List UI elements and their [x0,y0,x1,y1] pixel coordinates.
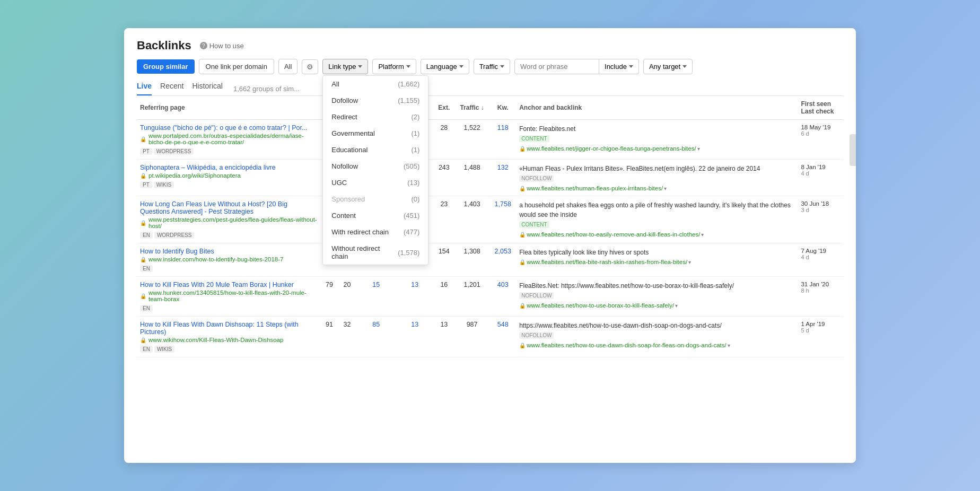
cell-referring-page: How to Kill Fleas With Dawn Dishsoap: 11… [137,317,320,357]
chevron-down-icon [406,65,410,68]
domain-link[interactable]: www.insider.com/how-to-identify-bug-bite… [148,256,283,262]
chevron-down-icon [682,65,687,68]
col-kw: Kw. [489,96,516,120]
cell-as: 91 [320,317,338,357]
word-phrase-input[interactable] [514,59,599,74]
ref-page-title-link[interactable]: How Long Can Fleas Live Without a Host? … [140,200,317,215]
lock-icon: 🔒 [140,136,146,142]
cell-kw: 2,053 [489,243,516,277]
chevron-icon: ▾ [701,232,704,238]
cell-linked-domains: 13 [396,277,434,317]
include-button[interactable]: Include [599,59,639,74]
ref-page-title-link[interactable]: Tunguiase ("bicho de pé"): o que é e com… [140,124,317,131]
platform-button[interactable]: Platform [372,59,416,74]
chevron-icon: ▾ [664,186,667,191]
ref-page-title-link[interactable]: Siphonaptera – Wikipédia, a enciclopédia… [140,164,317,171]
cell-ext: 23 [434,196,454,243]
cell-dates: 31 Jan '208 h [798,277,843,317]
domain-link[interactable]: www.hunker.com/13405815/how-to-kill-flea… [148,290,317,302]
anchor-backlink[interactable]: 🔒www.fleabites.net/how-to-use-dawn-dish-… [519,342,794,348]
tab-historical[interactable]: Historical [192,82,223,95]
settings-button[interactable]: ⚙ [302,59,318,74]
link-type-button[interactable]: Link type [322,59,368,74]
col-dates: First seenLast check [798,96,843,120]
link-type-all[interactable]: All(1,662) [323,76,428,92]
link-type-dofollow[interactable]: Dofollow(1,155) [323,92,428,109]
chevron-down-icon [358,65,362,68]
domain-link[interactable]: www.wikihow.com/Kill-Fleas-With-Dawn-Dis… [148,337,283,343]
anchor-backlink[interactable]: 🔒www.fleabites.net/how-to-easily-remove-… [519,231,794,238]
domain-link[interactable]: www.peststrategies.com/pest-guides/flea-… [148,216,317,229]
cell-ext: 16 [434,277,454,317]
anchor-backlink[interactable]: 🔒www.fleabites.net/jigger-or-chigoe-flea… [519,145,794,152]
lock-icon: 🔒 [519,146,526,152]
cell-anchor: «Human Fleas - Pulex Irritans Bites». Fl… [516,160,798,196]
link-type-dropdown-menu: All(1,662) Dofollow(1,155) Redirect(2) G… [322,75,428,265]
how-to-use-link[interactable]: ? How to use [200,42,244,50]
chevron-icon: ▾ [697,146,700,152]
traffic-button[interactable]: Traffic [474,59,510,74]
cell-dates: 7 Aug '194 d [798,243,843,277]
tag: WIKIS [154,346,174,353]
link-type-redirect[interactable]: Redirect(2) [323,109,428,125]
anchor-backlink[interactable]: 🔒www.fleabites.net/human-fleas-pulex-irr… [519,185,794,191]
anchor-badge: NOFOLLOW [519,332,554,339]
link-type-nofollow[interactable]: Nofollow(505) [323,158,428,174]
table-row: How Long Can Fleas Live Without a Host? … [137,196,843,243]
ref-page-title-link[interactable]: How to Kill Fleas With Dawn Dishsoap: 11… [140,321,317,336]
cell-dates: 30 Jun '183 d [798,196,843,243]
all-button[interactable]: All [278,59,298,74]
tag: PT [140,181,152,188]
cell-anchor: Fonte: Fleabites.netCONTENT🔒www.fleabite… [516,120,798,160]
cell-anchor: a household pet shakes flea eggs onto a … [516,196,798,243]
domain-link[interactable]: pt.wikipedia.org/wiki/Siphonaptera [148,172,241,179]
language-button[interactable]: Language [421,59,469,74]
anchor-backlink[interactable]: 🔒www.fleabites.net/how-to-use-borax-to-k… [519,302,794,309]
col-ext: Ext. [434,96,454,120]
tag: EN [140,265,153,272]
sidebar-handle[interactable] [850,134,856,166]
cell-referring-page: How Long Can Fleas Live Without a Host? … [137,196,320,243]
cell-dates: 1 Apr '195 d [798,317,843,357]
link-type-without-redirect-chain[interactable]: Without redirect chain(1,578) [323,240,428,265]
tabs-row: Live Recent Historical 1,662 groups of s… [137,82,843,96]
ref-page-title-link[interactable]: How to Identify Bug Bites [140,248,317,255]
cell-dates: 18 May '196 d [798,120,843,160]
tag: EN [140,232,153,239]
lock-icon: 🔒 [140,293,146,299]
cell-referring-page: How to Identify Bug Bites🔒www.insider.co… [137,243,320,277]
table-row: How to Kill Fleas With Dawn Dishsoap: 11… [137,317,843,357]
cell-dr: 20 [338,277,356,317]
cell-dates: 8 Jan '194 d [798,160,843,196]
link-type-content[interactable]: Content(451) [323,207,428,224]
tag: WIKIS [154,181,174,188]
col-traffic: Traffic ↓ [454,96,489,120]
ref-page-title-link[interactable]: How to Kill Fleas With 20 Mule Team Bora… [140,281,317,288]
backlinks-table: Referring page AS DR Referringdomains Li… [137,96,843,357]
tab-live[interactable]: Live [137,82,152,95]
anchor-badge: CONTENT [519,221,549,228]
table-row: Siphonaptera – Wikipédia, a enciclopédia… [137,160,843,196]
one-link-per-domain-button[interactable]: One link per domain [199,59,274,74]
lock-icon: 🔒 [140,173,146,179]
any-target-button[interactable]: Any target [643,59,693,74]
lock-icon: 🔒 [140,220,146,226]
lock-icon: 🔒 [140,337,146,343]
table-header-row: Referring page AS DR Referringdomains Li… [137,96,843,120]
col-anchor: Anchor and backlink [516,96,798,120]
info-icon: ? [200,42,207,49]
group-similar-button[interactable]: Group similar [137,59,195,74]
cell-anchor: https://www.fleabites.net/how-to-use-daw… [516,317,798,357]
cell-ext: 243 [434,160,454,196]
link-type-with-redirect-chain[interactable]: With redirect chain(477) [323,224,428,240]
cell-kw: 548 [489,317,516,357]
link-type-ugc[interactable]: UGC(13) [323,174,428,191]
tag: EN [140,346,153,353]
page-title: Backlinks [137,39,191,52]
link-type-governmental[interactable]: Governmental(1) [323,125,428,142]
domain-link[interactable]: www.portalped.com.br/outras-especialidad… [148,133,317,145]
tab-recent[interactable]: Recent [160,82,183,95]
link-type-educational[interactable]: Educational(1) [323,142,428,158]
anchor-backlink[interactable]: 🔒www.fleabites.net/flea-bite-rash-skin-r… [519,259,794,265]
cell-traffic: 1,403 [454,196,489,243]
